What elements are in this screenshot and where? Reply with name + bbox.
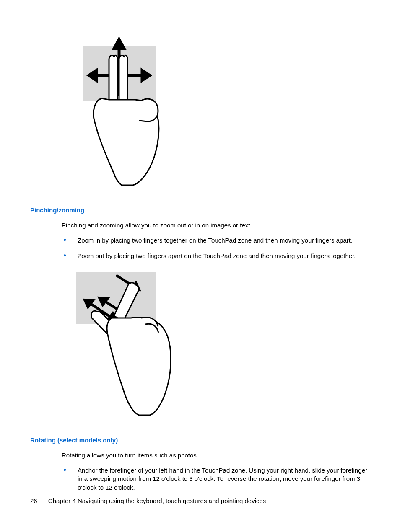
svg-marker-5 bbox=[114, 39, 124, 49]
paragraph-pinching-intro: Pinching and zooming allow you to zoom o… bbox=[62, 221, 370, 230]
heading-rotating: Rotating (select models only) bbox=[30, 436, 370, 444]
bullet-list-pinching: Zoom in by placing two fingers together … bbox=[62, 236, 370, 260]
page-footer: 26 Chapter 4 Navigating using the keyboa… bbox=[30, 497, 266, 504]
chapter-title: Chapter 4 Navigating using the keyboard,… bbox=[48, 497, 266, 504]
list-item: Zoom in by placing two fingers together … bbox=[62, 236, 370, 245]
page-number: 26 bbox=[30, 497, 37, 504]
list-item: Zoom out by placing two fingers apart on… bbox=[62, 252, 370, 260]
list-item: Anchor the forefinger of your left hand … bbox=[62, 466, 370, 492]
gesture-figure-scroll bbox=[72, 34, 370, 190]
bullet-list-rotating: Anchor the forefinger of your left hand … bbox=[62, 466, 370, 492]
gesture-figure-pinch bbox=[72, 268, 370, 420]
paragraph-rotating-intro: Rotating allows you to turn items such a… bbox=[62, 451, 370, 460]
heading-pinching-zooming: Pinching/zooming bbox=[30, 207, 370, 214]
